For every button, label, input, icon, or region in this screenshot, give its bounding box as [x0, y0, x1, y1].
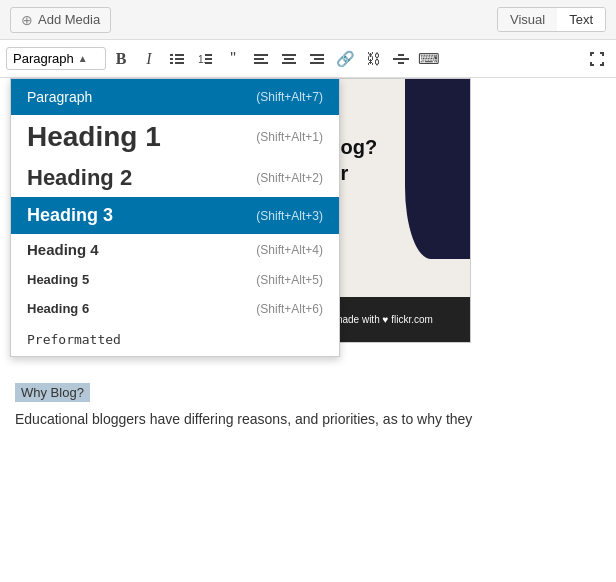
keyboard-button[interactable]: ⌨ [416, 46, 442, 72]
dropdown-item-heading1[interactable]: Heading 1 (Shift+Alt+1) [11, 115, 339, 159]
dropdown-item-preformatted[interactable]: Preformatted [11, 323, 339, 356]
dropdown-item-heading2[interactable]: Heading 2 (Shift+Alt+2) [11, 159, 339, 197]
add-media-button[interactable]: ⊕ Add Media [10, 7, 111, 33]
dropdown-arrow-icon: ▲ [78, 53, 88, 64]
unordered-list-button[interactable] [164, 46, 190, 72]
dropdown-item-heading5[interactable]: Heading 5 (Shift+Alt+5) [11, 265, 339, 294]
svg-rect-5 [175, 62, 184, 64]
view-tabs: Visual Text [497, 7, 606, 32]
preformatted-item-label: Preformatted [27, 332, 121, 347]
content-area: Why Blog? Educational bloggers have diff… [0, 370, 616, 582]
blockquote-button[interactable]: " [220, 46, 246, 72]
dropdown-item-heading4[interactable]: Heading 4 (Shift+Alt+4) [11, 234, 339, 265]
bold-button[interactable]: B [108, 46, 134, 72]
svg-rect-17 [314, 58, 324, 60]
svg-rect-4 [170, 62, 173, 64]
heading6-item-label: Heading 6 [27, 301, 89, 316]
align-right-icon [310, 53, 324, 65]
heading4-item-label: Heading 4 [27, 241, 99, 258]
svg-rect-10 [254, 54, 268, 56]
tab-text[interactable]: Text [557, 8, 605, 31]
svg-rect-1 [175, 54, 184, 56]
svg-rect-21 [398, 62, 404, 64]
poster-person-arm [405, 79, 470, 259]
svg-rect-0 [170, 54, 173, 56]
svg-rect-12 [254, 62, 268, 64]
svg-rect-2 [170, 58, 173, 60]
heading3-item-label: Heading 3 [27, 205, 113, 226]
heading1-item-label: Heading 1 [27, 121, 161, 153]
toolbar: Paragraph ▲ B I 1. " [0, 40, 616, 78]
ul-icon [170, 53, 184, 65]
top-bar: ⊕ Add Media Visual Text [0, 0, 616, 40]
svg-rect-11 [254, 58, 264, 60]
format-dropdown-menu: Paragraph (Shift+Alt+7) Heading 1 (Shift… [10, 78, 340, 357]
tab-visual[interactable]: Visual [498, 8, 557, 31]
align-left-icon [254, 53, 268, 65]
editor-wrapper: ⊕ Add Media Visual Text Paragraph ▲ B I [0, 0, 616, 582]
more-icon [393, 53, 409, 65]
paragraph-item-shortcut: (Shift+Alt+7) [256, 90, 323, 104]
svg-rect-16 [310, 54, 324, 56]
why-blog-badge: Why Blog? [15, 385, 601, 400]
ol-icon: 1. [198, 53, 212, 65]
heading1-item-shortcut: (Shift+Alt+1) [256, 130, 323, 144]
body-text: Educational bloggers have differing reas… [15, 408, 601, 430]
fullscreen-button[interactable] [584, 46, 610, 72]
paragraph-dropdown[interactable]: Paragraph ▲ [6, 47, 106, 70]
svg-rect-9 [205, 62, 212, 64]
dropdown-item-paragraph[interactable]: Paragraph (Shift+Alt+7) [11, 79, 339, 115]
svg-rect-20 [398, 54, 404, 56]
heading4-item-shortcut: (Shift+Alt+4) [256, 243, 323, 257]
ordered-list-button[interactable]: 1. [192, 46, 218, 72]
dropdown-item-heading3[interactable]: Heading 3 (Shift+Alt+3) [11, 197, 339, 234]
svg-rect-7 [205, 54, 212, 56]
heading2-item-shortcut: (Shift+Alt+2) [256, 171, 323, 185]
link-button[interactable]: 🔗 [332, 46, 358, 72]
heading3-item-shortcut: (Shift+Alt+3) [256, 209, 323, 223]
fullscreen-icon [590, 52, 604, 66]
svg-rect-14 [284, 58, 294, 60]
svg-rect-15 [282, 62, 296, 64]
paragraph-dropdown-label: Paragraph [13, 51, 74, 66]
dropdown-item-heading6[interactable]: Heading 6 (Shift+Alt+6) [11, 294, 339, 323]
paragraph-item-label: Paragraph [27, 89, 92, 105]
heading5-item-shortcut: (Shift+Alt+5) [256, 273, 323, 287]
more-button[interactable] [388, 46, 414, 72]
unlink-button[interactable]: ⛓ [360, 46, 386, 72]
add-media-icon: ⊕ [21, 12, 33, 28]
align-left-button[interactable] [248, 46, 274, 72]
svg-rect-19 [393, 58, 409, 60]
align-right-button[interactable] [304, 46, 330, 72]
heading5-item-label: Heading 5 [27, 272, 89, 287]
italic-button[interactable]: I [136, 46, 162, 72]
svg-rect-13 [282, 54, 296, 56]
align-center-icon [282, 53, 296, 65]
heading2-item-label: Heading 2 [27, 165, 132, 191]
content-text: Why Blog? Educational bloggers have diff… [15, 380, 601, 572]
svg-rect-3 [175, 58, 184, 60]
add-media-label: Add Media [38, 12, 100, 27]
svg-rect-8 [205, 58, 212, 60]
poster-bottom-text: made with ♥ flickr.com [334, 314, 433, 325]
svg-rect-18 [310, 62, 324, 64]
heading6-item-shortcut: (Shift+Alt+6) [256, 302, 323, 316]
align-center-button[interactable] [276, 46, 302, 72]
